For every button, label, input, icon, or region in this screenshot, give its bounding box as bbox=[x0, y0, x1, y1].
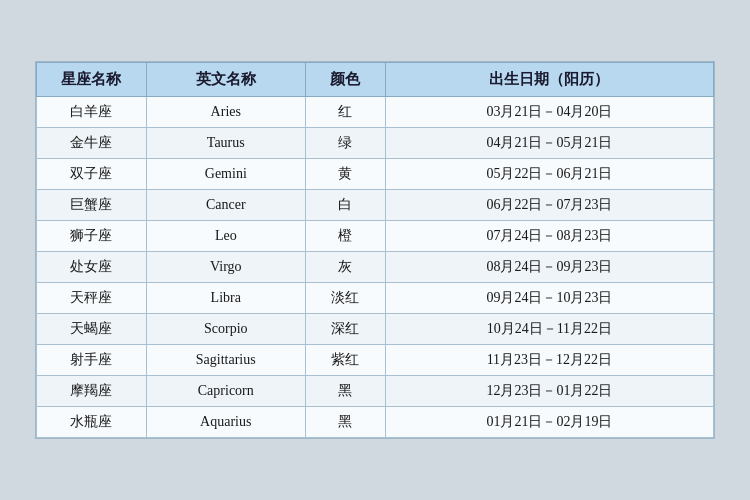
table-row: 天蝎座Scorpio深红10月24日－11月22日 bbox=[37, 314, 714, 345]
cell-en: Libra bbox=[146, 283, 306, 314]
cell-en: Scorpio bbox=[146, 314, 306, 345]
cell-en: Aries bbox=[146, 97, 306, 128]
header-cn: 星座名称 bbox=[37, 63, 147, 97]
cell-en: Capricorn bbox=[146, 376, 306, 407]
cell-color: 白 bbox=[306, 190, 386, 221]
cell-color: 黑 bbox=[306, 407, 386, 438]
table-row: 白羊座Aries红03月21日－04月20日 bbox=[37, 97, 714, 128]
cell-color: 黑 bbox=[306, 376, 386, 407]
header-en: 英文名称 bbox=[146, 63, 306, 97]
cell-date: 10月24日－11月22日 bbox=[385, 314, 713, 345]
cell-color: 深红 bbox=[306, 314, 386, 345]
table-row: 水瓶座Aquarius黑01月21日－02月19日 bbox=[37, 407, 714, 438]
cell-en: Virgo bbox=[146, 252, 306, 283]
cell-color: 淡红 bbox=[306, 283, 386, 314]
cell-color: 红 bbox=[306, 97, 386, 128]
cell-cn: 处女座 bbox=[37, 252, 147, 283]
table-row: 巨蟹座Cancer白06月22日－07月23日 bbox=[37, 190, 714, 221]
table-row: 摩羯座Capricorn黑12月23日－01月22日 bbox=[37, 376, 714, 407]
cell-date: 05月22日－06月21日 bbox=[385, 159, 713, 190]
cell-date: 03月21日－04月20日 bbox=[385, 97, 713, 128]
cell-en: Cancer bbox=[146, 190, 306, 221]
cell-date: 01月21日－02月19日 bbox=[385, 407, 713, 438]
cell-date: 08月24日－09月23日 bbox=[385, 252, 713, 283]
cell-cn: 双子座 bbox=[37, 159, 147, 190]
table-row: 天秤座Libra淡红09月24日－10月23日 bbox=[37, 283, 714, 314]
cell-en: Gemini bbox=[146, 159, 306, 190]
cell-color: 黄 bbox=[306, 159, 386, 190]
zodiac-table-container: 星座名称 英文名称 颜色 出生日期（阳历） 白羊座Aries红03月21日－04… bbox=[35, 61, 715, 439]
cell-color: 橙 bbox=[306, 221, 386, 252]
cell-color: 绿 bbox=[306, 128, 386, 159]
cell-color: 灰 bbox=[306, 252, 386, 283]
table-row: 射手座Sagittarius紫红11月23日－12月22日 bbox=[37, 345, 714, 376]
cell-cn: 狮子座 bbox=[37, 221, 147, 252]
cell-cn: 天蝎座 bbox=[37, 314, 147, 345]
cell-cn: 金牛座 bbox=[37, 128, 147, 159]
zodiac-table: 星座名称 英文名称 颜色 出生日期（阳历） 白羊座Aries红03月21日－04… bbox=[36, 62, 714, 438]
cell-date: 12月23日－01月22日 bbox=[385, 376, 713, 407]
header-color: 颜色 bbox=[306, 63, 386, 97]
cell-cn: 白羊座 bbox=[37, 97, 147, 128]
table-header-row: 星座名称 英文名称 颜色 出生日期（阳历） bbox=[37, 63, 714, 97]
table-row: 处女座Virgo灰08月24日－09月23日 bbox=[37, 252, 714, 283]
cell-cn: 射手座 bbox=[37, 345, 147, 376]
cell-color: 紫红 bbox=[306, 345, 386, 376]
cell-en: Taurus bbox=[146, 128, 306, 159]
cell-cn: 天秤座 bbox=[37, 283, 147, 314]
cell-date: 11月23日－12月22日 bbox=[385, 345, 713, 376]
cell-en: Leo bbox=[146, 221, 306, 252]
cell-date: 09月24日－10月23日 bbox=[385, 283, 713, 314]
table-body: 白羊座Aries红03月21日－04月20日金牛座Taurus绿04月21日－0… bbox=[37, 97, 714, 438]
cell-date: 06月22日－07月23日 bbox=[385, 190, 713, 221]
cell-cn: 摩羯座 bbox=[37, 376, 147, 407]
cell-cn: 巨蟹座 bbox=[37, 190, 147, 221]
cell-en: Aquarius bbox=[146, 407, 306, 438]
cell-date: 07月24日－08月23日 bbox=[385, 221, 713, 252]
table-row: 双子座Gemini黄05月22日－06月21日 bbox=[37, 159, 714, 190]
cell-date: 04月21日－05月21日 bbox=[385, 128, 713, 159]
cell-en: Sagittarius bbox=[146, 345, 306, 376]
table-row: 狮子座Leo橙07月24日－08月23日 bbox=[37, 221, 714, 252]
header-date: 出生日期（阳历） bbox=[385, 63, 713, 97]
cell-cn: 水瓶座 bbox=[37, 407, 147, 438]
table-row: 金牛座Taurus绿04月21日－05月21日 bbox=[37, 128, 714, 159]
